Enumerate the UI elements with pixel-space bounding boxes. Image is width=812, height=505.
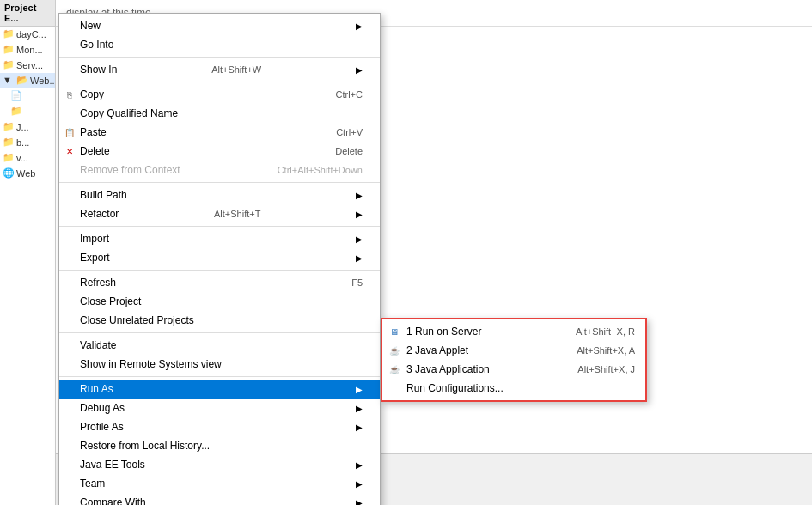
project-explorer: Project E... 📁 dayC... 📁 Mon... 📁 Serv..… — [0, 0, 56, 505]
menu-label-show-remote: Show in Remote Systems view — [80, 358, 222, 370]
menu-label-refresh: Refresh — [80, 277, 116, 289]
menu-item-show-remote[interactable]: Show in Remote Systems view — [59, 355, 380, 374]
menu-item-refactor[interactable]: Refactor Alt+Shift+T ▶ — [59, 204, 380, 223]
submenu-label-java-application: 3 Java Application — [406, 363, 490, 375]
shortcut-copy: Ctrl+C — [336, 89, 363, 100]
tree-item-web[interactable]: ▼ 📂 Web... — [0, 73, 55, 88]
menu-item-profile-as[interactable]: Profile As ▶ — [59, 417, 380, 436]
menu-item-validate[interactable]: Validate — [59, 336, 380, 355]
expand-icon: ▼ — [3, 75, 15, 87]
tree-item-mon[interactable]: 📁 Mon... — [0, 42, 55, 58]
menu-label-delete: Delete — [80, 145, 110, 157]
tree-item-sub1[interactable]: 📁 — [0, 104, 55, 119]
menu-item-export[interactable]: Export ▶ — [59, 248, 380, 267]
menu-item-paste[interactable]: 📋 Paste Ctrl+V — [59, 123, 380, 142]
shortcut-run-on-server: Alt+Shift+X, R — [576, 326, 635, 337]
delete-icon: ✕ — [63, 144, 76, 158]
separator-1 — [59, 57, 380, 58]
submenu-item-run-configurations[interactable]: Run Configurations... — [382, 379, 645, 398]
submenu-arrow-debug-as: ▶ — [356, 404, 363, 413]
submenu-arrow-java-ee-tools: ▶ — [356, 460, 363, 470]
menu-item-close-unrelated[interactable]: Close Unrelated Projects — [59, 311, 380, 330]
java-app-icon: ☕ — [388, 362, 401, 376]
tree-item-weblink[interactable]: 🌐 Web — [0, 166, 55, 181]
menu-label-validate: Validate — [80, 339, 116, 351]
menu-label-go-into: Go Into — [80, 39, 113, 51]
run-as-submenu: 🖥 1 Run on Server Alt+Shift+X, R ☕ 2 Jav… — [381, 318, 647, 402]
shortcut-paste: Ctrl+V — [336, 127, 363, 137]
menu-label-debug-as: Debug As — [80, 402, 125, 414]
menu-label-copy-qualified: Copy Qualified Name — [80, 107, 178, 119]
tree-item-dayc[interactable]: 📁 dayC... — [0, 27, 55, 42]
shortcut-refactor: Alt+Shift+T — [214, 209, 260, 219]
submenu-arrow-refactor: ▶ — [356, 210, 363, 219]
menu-item-debug-as[interactable]: Debug As ▶ — [59, 399, 380, 417]
submenu-arrow-profile-as: ▶ — [356, 423, 363, 432]
submenu-arrow-team: ▶ — [356, 479, 363, 489]
submenu-item-java-applet[interactable]: ☕ 2 Java Applet Alt+Shift+X, A — [382, 341, 645, 360]
menu-item-new[interactable]: New ▶ — [59, 16, 380, 35]
menu-label-export: Export — [80, 252, 110, 264]
submenu-arrow-run-as: ▶ — [356, 385, 363, 394]
menu-item-remove-context[interactable]: Remove from Context Ctrl+Alt+Shift+Down — [59, 161, 380, 179]
menu-label-close-project: Close Project — [80, 295, 141, 307]
menu-item-import[interactable]: Import ▶ — [59, 229, 380, 248]
submenu-arrow-new: ▶ — [356, 21, 363, 31]
menu-item-run-as[interactable]: Run As ▶ — [59, 380, 380, 399]
menu-label-new: New — [80, 20, 101, 32]
folder-icon-v: 📁 — [3, 152, 15, 164]
tree-item-b[interactable]: 📁 b... — [0, 135, 55, 150]
menu-item-refresh[interactable]: Refresh F5 — [59, 273, 380, 292]
submenu-item-run-on-server[interactable]: 🖥 1 Run on Server Alt+Shift+X, R — [382, 322, 645, 341]
subfolder-icon: 📁 — [10, 106, 22, 118]
submenu-arrow-import: ▶ — [356, 234, 363, 244]
applet-icon: ☕ — [388, 344, 401, 357]
menu-item-go-into[interactable]: Go Into — [59, 35, 380, 54]
project-explorer-header: Project E... — [0, 0, 55, 27]
submenu-arrow-show-in: ▶ — [356, 65, 363, 75]
menu-item-restore-history[interactable]: Restore from Local History... — [59, 436, 380, 455]
tree-item-d[interactable]: 📄 — [0, 88, 55, 104]
menu-label-profile-as: Profile As — [80, 421, 124, 433]
java-folder-icon: 📁 — [3, 121, 15, 133]
submenu-arrow-compare-with: ▶ — [356, 498, 363, 506]
menu-item-delete[interactable]: ✕ Delete Delete — [59, 142, 380, 161]
ide-background: Project E... 📁 dayC... 📁 Mon... 📁 Serv..… — [0, 0, 812, 505]
menu-label-refactor: Refactor — [80, 208, 119, 220]
folder-icon: 📁 — [3, 28, 15, 40]
menu-item-build-path[interactable]: Build Path ▶ — [59, 186, 380, 204]
menu-label-close-unrelated: Close Unrelated Projects — [80, 314, 194, 326]
submenu-arrow-build-path: ▶ — [356, 191, 363, 200]
menu-item-team[interactable]: Team ▶ — [59, 474, 380, 493]
submenu-label-run-on-server: 1 Run on Server — [406, 326, 481, 338]
separator-7 — [59, 376, 380, 377]
folder-icon-b: 📁 — [3, 137, 15, 149]
menu-label-build-path: Build Path — [80, 189, 127, 201]
menu-item-show-in[interactable]: Show In Alt+Shift+W ▶ — [59, 60, 380, 79]
menu-label-java-ee-tools: Java EE Tools — [80, 459, 145, 471]
menu-label-show-in: Show In — [80, 64, 117, 76]
tree-item-serv[interactable]: 📁 Serv... — [0, 58, 55, 73]
shortcut-java-applet: Alt+Shift+X, A — [577, 345, 635, 356]
context-menu: New ▶ Go Into Show In Alt+Shift+W ▶ ⎘ Co… — [58, 13, 381, 505]
folder-icon-4: 📂 — [16, 75, 28, 87]
paste-icon: 📋 — [63, 125, 76, 139]
folder-icon-3: 📁 — [3, 59, 15, 71]
server-icon: 🖥 — [388, 325, 401, 338]
tree-item-v[interactable]: 📁 v... — [0, 150, 55, 166]
menu-item-copy-qualified[interactable]: Copy Qualified Name — [59, 104, 380, 123]
menu-label-copy: Copy — [80, 88, 104, 100]
menu-item-java-ee-tools[interactable]: Java EE Tools ▶ — [59, 455, 380, 474]
copy-icon: ⎘ — [63, 88, 76, 101]
menu-label-team: Team — [80, 478, 105, 490]
menu-item-copy[interactable]: ⎘ Copy Ctrl+C — [59, 85, 380, 104]
menu-label-paste: Paste — [80, 126, 107, 138]
submenu-item-java-application[interactable]: ☕ 3 Java Application Alt+Shift+X, J — [382, 360, 645, 379]
menu-item-compare-with[interactable]: Compare With ▶ — [59, 493, 380, 505]
tree-item-j[interactable]: 📁 J... — [0, 119, 55, 135]
shortcut-remove-context: Ctrl+Alt+Shift+Down — [278, 165, 363, 175]
shortcut-refresh: F5 — [351, 277, 363, 288]
menu-label-remove-context: Remove from Context — [80, 164, 180, 176]
menu-item-close-project[interactable]: Close Project — [59, 292, 380, 311]
menu-label-import: Import — [80, 233, 109, 245]
